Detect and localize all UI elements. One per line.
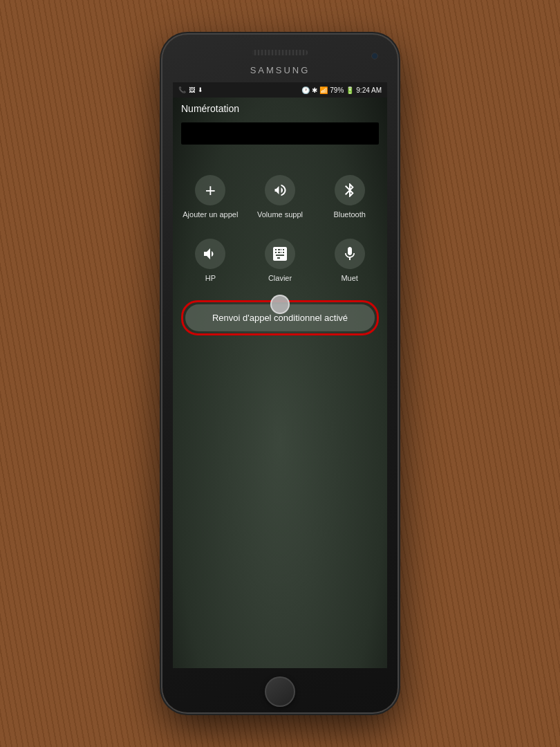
add-call-icon: + [195, 175, 225, 205]
bluetooth-icon [335, 175, 365, 205]
volume-suppl-label: Volume suppl [257, 210, 303, 219]
battery-icon: 🔋 [346, 86, 354, 94]
muet-icon [335, 239, 365, 269]
clavier-button[interactable]: Clavier [245, 229, 315, 293]
image-icon: 🖼 [189, 86, 195, 93]
front-camera [371, 53, 378, 59]
status-bar: 📞 🖼 ⬇ 🕐 ✱ 📶 79% 🔋 9:24 AM [173, 82, 387, 98]
download-icon: ⬇ [198, 86, 203, 93]
hp-icon [195, 239, 225, 269]
volume-suppl-icon [265, 175, 295, 205]
volume-suppl-button[interactable]: Volume suppl [245, 165, 315, 229]
signal-icon: 📶 [319, 86, 328, 94]
app-content: Numérotation + Ajouter un appel [173, 98, 387, 668]
notification-text: Renvoi d'appel conditionnel activé [212, 313, 348, 323]
add-call-label: Ajouter un appel [183, 210, 238, 219]
bluetooth-label: Bluetooth [333, 210, 365, 219]
bluetooth-status-icon: ✱ [312, 86, 317, 94]
add-call-button[interactable]: + Ajouter un appel [176, 165, 245, 229]
speaker-grille [252, 50, 308, 55]
hp-label: HP [205, 273, 216, 283]
phone-top-bar: SAMSUNG [162, 35, 398, 80]
notification-banner[interactable]: Renvoi d'appel conditionnel activé [181, 300, 379, 335]
app-header: Numérotation [173, 98, 387, 117]
alarm-icon: 🕐 [301, 86, 310, 94]
status-bar-left: 📞 🖼 ⬇ [178, 86, 203, 93]
muet-button[interactable]: Muet [315, 229, 384, 293]
home-button[interactable] [265, 676, 295, 707]
phone-frame: SAMSUNG 📞 🖼 ⬇ 🕐 ✱ 📶 79% 🔋 9:24 AM [162, 35, 398, 712]
notification-inner: Renvoi d'appel conditionnel activé [185, 304, 375, 331]
page-title: Numérotation [181, 103, 239, 114]
hp-button[interactable]: HP [176, 229, 245, 293]
muet-label: Muet [341, 273, 357, 283]
samsung-logo: SAMSUNG [250, 65, 310, 75]
phone-icon: 📞 [178, 86, 186, 93]
phone-bottom [162, 671, 398, 712]
redacted-number-bar [181, 122, 379, 145]
bluetooth-button[interactable]: Bluetooth [315, 165, 384, 229]
notification-circle-handle [270, 295, 290, 314]
clavier-icon [265, 239, 295, 269]
battery-level: 79% [330, 86, 344, 94]
status-bar-right: 🕐 ✱ 📶 79% 🔋 9:24 AM [301, 86, 382, 94]
clock: 9:24 AM [356, 86, 382, 94]
actions-grid: + Ajouter un appel Volume suppl [176, 165, 384, 293]
clavier-label: Clavier [268, 273, 292, 283]
phone-screen: 📞 🖼 ⬇ 🕐 ✱ 📶 79% 🔋 9:24 AM Numérotation [173, 82, 387, 668]
